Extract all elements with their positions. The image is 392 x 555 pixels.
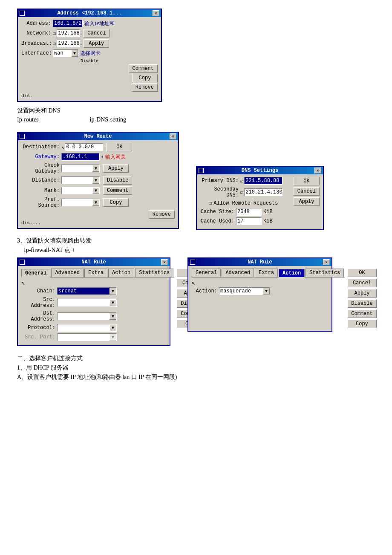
dst-address-dropdown[interactable]: ▼ — [57, 312, 117, 320]
mark-dropdown[interactable]: ▼ — [61, 187, 100, 194]
action-arrow[interactable]: ▼ — [263, 288, 270, 295]
nat-action-copy[interactable]: Copy — [347, 320, 376, 328]
check-gateway-dropdown[interactable]: ▼ — [61, 165, 100, 172]
cancel-button[interactable]: Cancel — [84, 29, 110, 38]
src-address-arrow[interactable]: ▼ — [110, 299, 116, 306]
chain-dropdown[interactable]: srcnat ▼ — [57, 287, 117, 295]
route-close-button[interactable]: ✕ — [170, 133, 176, 139]
src-port-arrow: ▼ — [110, 334, 116, 341]
secondary-dns-checkbox[interactable]: ☑ — [240, 189, 243, 196]
address-input[interactable]: 168.1.8/24 — [53, 20, 83, 27]
nat-action-disable[interactable]: Disable — [347, 299, 376, 308]
nat-general-icon — [20, 260, 25, 265]
route-copy-button[interactable]: Copy — [103, 198, 129, 207]
destination-input[interactable]: 0.0.0.0/0 — [65, 143, 103, 151]
interface-dropdown-arrow[interactable]: ▼ — [71, 50, 78, 57]
distance-dropdown[interactable]: ▼ — [61, 176, 100, 184]
nat-action-ok[interactable]: OK — [347, 269, 376, 277]
nat-general-tabs: General Advanced Extra Action Statistics — [21, 269, 174, 278]
close-button[interactable]: ✕ — [153, 10, 159, 16]
new-route-titlebar: New Route ✕ — [18, 133, 178, 140]
chain-label: Chain: — [21, 288, 55, 294]
tab-action-extra[interactable]: Extra — [255, 269, 278, 277]
nat-general-close[interactable]: ✕ — [161, 259, 168, 265]
route-comment-button[interactable]: Comment — [103, 186, 132, 195]
mark-arrow[interactable]: ▼ — [92, 187, 99, 194]
tab-extra[interactable]: Extra — [84, 269, 107, 277]
cache-used-value: 17 — [236, 217, 262, 225]
remove-button[interactable]: Remove — [132, 83, 158, 92]
nat-action-close[interactable]: ✕ — [323, 259, 330, 265]
tab-action-advanced[interactable]: Advanced — [222, 269, 254, 277]
route-disable-button[interactable]: Disable — [103, 176, 132, 185]
comment-button[interactable]: Comment — [129, 64, 158, 73]
tab-advanced[interactable]: Advanced — [51, 269, 84, 277]
cache-size-label: Cache Size: — [200, 209, 234, 215]
gateway-dns-label: 设置网关和 DNS — [17, 107, 375, 115]
pref-source-dropdown[interactable]: ▼ — [61, 199, 100, 206]
dst-address-label: Dst. Address: — [21, 310, 55, 322]
src-address-dropdown[interactable]: ▼ — [57, 299, 117, 306]
action-label: Action: — [192, 288, 217, 294]
network-input[interactable]: 192.168. — [57, 29, 80, 37]
nat-action-cancel[interactable]: Cancel — [347, 279, 376, 287]
protocol-dropdown[interactable]: ▼ — [57, 324, 117, 332]
protocol-arrow[interactable]: ▼ — [110, 324, 116, 331]
copy-button[interactable]: Copy — [132, 74, 158, 82]
nat-rule-action-dialog: NAT Rule ✕ General Advanced Extra Action… — [187, 257, 332, 332]
ip-firewall-nat-label: Ip-firewall-NAT 点 + — [24, 246, 375, 254]
chain-arrow[interactable]: ▼ — [110, 288, 116, 295]
src-port-label: Src. Port: — [21, 334, 55, 340]
tab-general[interactable]: General — [21, 269, 50, 278]
distance-arrow[interactable]: ▼ — [92, 177, 99, 184]
route-ok-button[interactable]: OK — [107, 143, 132, 151]
dst-address-arrow[interactable]: ▼ — [110, 313, 116, 320]
interface-hint: 选择网卡 — [80, 50, 101, 57]
dns-ok-button[interactable]: OK — [294, 177, 320, 185]
nat-rule-general-dialog: NAT Rule ✕ General Advanced Extra Action… — [17, 257, 170, 346]
check-gateway-arrow[interactable]: ▼ — [92, 165, 99, 172]
interface-dropdown[interactable]: wan ▼ — [53, 49, 78, 57]
tab-action-action[interactable]: Action — [279, 269, 305, 278]
cache-size-unit: KiB — [263, 209, 273, 215]
nat-action-apply[interactable]: Apply — [347, 289, 376, 298]
tab-action-general[interactable]: General — [192, 269, 221, 277]
interface-label: Interface: — [21, 50, 51, 56]
gateway-stepper[interactable]: ⬆ — [101, 154, 104, 160]
tab-statistics[interactable]: Statistics — [135, 269, 173, 277]
allow-remote-checkbox[interactable]: ☐ — [209, 200, 212, 206]
secondary-dns-input[interactable]: 210.21.4.130 — [244, 188, 282, 196]
network-label: Network: — [21, 30, 51, 36]
dns-cancel-button[interactable]: Cancel — [294, 187, 320, 196]
address-titlebar: Address <192.168.1... ✕ — [18, 9, 161, 17]
broadcast-label: Broadcast: — [21, 40, 51, 46]
action-dropdown[interactable]: masquerade ▼ — [219, 287, 270, 295]
nat-action-icon — [190, 260, 195, 265]
nat-cursor: ↖ — [21, 279, 174, 286]
nat-action-tabs: General Advanced Extra Action Statistics — [192, 269, 345, 278]
broadcast-input[interactable]: 192.168. — [57, 40, 80, 47]
protocol-label: Protocol: — [21, 325, 55, 331]
dns-apply-button[interactable]: Apply — [294, 197, 320, 206]
cache-size-value[interactable]: 2048 — [236, 208, 262, 216]
step3-label: 3、设置防火墙实现路由转发 — [17, 237, 375, 245]
gateway-input[interactable]: .168.1.1 — [61, 153, 100, 161]
dns-title: DNS Settings — [242, 168, 278, 173]
network-checkbox[interactable]: ☑ — [53, 30, 56, 37]
apply-button[interactable]: Apply — [84, 39, 109, 48]
tab-action[interactable]: Action — [108, 269, 134, 277]
primary-dns-checkbox[interactable]: ☑ — [240, 178, 243, 184]
route-remove-button[interactable]: Remove — [149, 210, 175, 219]
route-title-icon — [20, 134, 25, 139]
broadcast-checkbox[interactable]: ☑ — [53, 40, 56, 47]
pref-source-arrow[interactable]: ▼ — [92, 199, 99, 206]
dns-close-button[interactable]: ✕ — [314, 168, 321, 173]
tab-action-statistics[interactable]: Statistics — [306, 269, 344, 277]
primary-dns-input[interactable]: 221.5.88.88 — [244, 177, 282, 185]
route-apply-button[interactable]: Apply — [103, 164, 129, 173]
check-gateway-label: Check Gateway: — [21, 162, 60, 174]
new-route-dialog: New Route ✕ Destination: ↖ 0.0.0.0/0 OK — [17, 132, 179, 229]
nat-action-comment[interactable]: Comment — [347, 309, 376, 318]
step2-1-label: 1、用 DHCP 服务器 — [17, 364, 375, 372]
gateway-label: Gateway: — [21, 154, 60, 160]
